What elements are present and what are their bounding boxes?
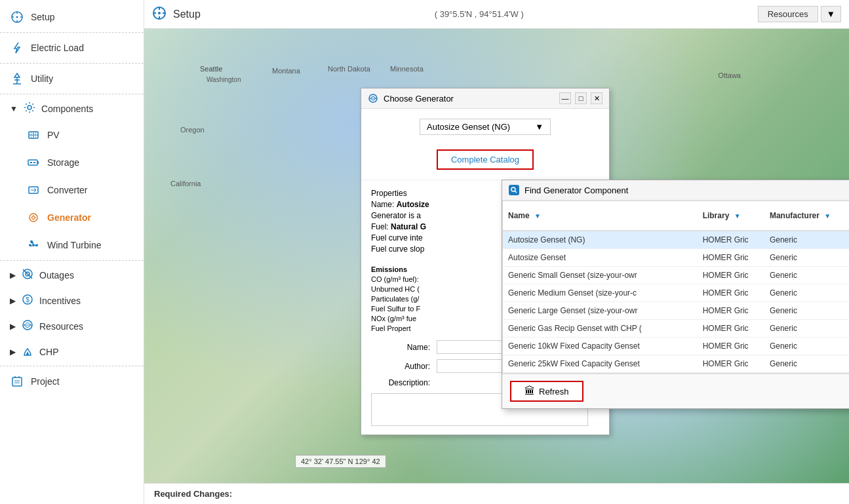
gear-icon: [23, 101, 36, 116]
library-filter-icon[interactable]: ▼: [734, 212, 741, 220]
map-label-seattle: Seattle: [200, 65, 222, 73]
svg-rect-16: [28, 160, 37, 165]
table-row[interactable]: Generic Small Genset (size-your-owrHOMER…: [503, 267, 849, 284]
svg-point-1: [16, 16, 18, 18]
svg-point-37: [158, 12, 161, 14]
fuel-curve-slop: Fuel curve slop: [371, 244, 424, 254]
author-field-label: Author:: [371, 362, 430, 371]
resources-icon: [21, 319, 34, 334]
battery-icon: [26, 155, 41, 170]
find-gen-title: Find Generator Component: [524, 185, 628, 195]
top-bar: Setup ( 39°5.5'N , 94°51.4'W ) Resources…: [144, 0, 849, 29]
sidebar-label-electric-load: Electric Load: [31, 43, 84, 53]
svg-line-45: [515, 191, 517, 193]
sidebar-label-outages: Outages: [39, 270, 74, 281]
close-button[interactable]: ✕: [591, 92, 602, 104]
sidebar-label-resources: Resources: [39, 321, 83, 332]
resources-button[interactable]: Resources: [758, 6, 818, 22]
name-label: Name: Autosize: [371, 200, 429, 209]
sidebar-label-project: Project: [31, 376, 60, 387]
sidebar-item-components[interactable]: ▼ Components: [0, 96, 144, 121]
sidebar-item-incentives[interactable]: ▶ $ Incentives: [0, 288, 144, 313]
name-filter-icon[interactable]: ▼: [534, 212, 541, 220]
sidebar-item-project[interactable]: Project: [0, 368, 144, 395]
sidebar-label-wind-turbine: Wind Turbine: [47, 240, 101, 250]
sidebar-item-outages[interactable]: ▶ Outages: [0, 262, 144, 288]
map-label-washington: Washington: [207, 76, 241, 83]
svg-rect-17: [37, 161, 39, 164]
table-row[interactable]: Generic Gas Recip Genset with CHP (HOMER…: [503, 320, 849, 338]
svg-marker-6: [14, 73, 20, 77]
sidebar-item-storage[interactable]: Storage: [0, 149, 144, 176]
compass-icon: [10, 10, 24, 24]
required-changes-label: Required Changes:: [154, 489, 232, 499]
refresh-button[interactable]: 🏛 Refresh: [510, 381, 583, 402]
find-gen-icon: [509, 185, 519, 195]
emissions-fs: Fuel Sulfur to F: [371, 305, 420, 313]
sidebar-label-incentives: Incentives: [39, 296, 81, 306]
map-coords-display: 42° 32' 47.55" N 129° 42: [295, 455, 386, 468]
svg-point-10: [28, 106, 31, 109]
svg-point-44: [511, 187, 515, 191]
emissions-label: Emissions: [371, 265, 407, 273]
main-content: Setup ( 39°5.5'N , 94°51.4'W ) Resources…: [144, 0, 849, 504]
sidebar-item-generator[interactable]: Generator: [0, 204, 144, 231]
genset-dropdown[interactable]: Autosize Genset (NG) ▼: [420, 119, 551, 135]
sidebar-item-wind-turbine[interactable]: Wind Turbine: [0, 231, 144, 259]
find-gen-titlebar: Find Generator Component — □ ✕: [502, 180, 849, 201]
sidebar-item-pv[interactable]: PV: [0, 121, 144, 149]
fuel-prop: Fuel Propert: [371, 324, 411, 332]
svg-rect-19: [33, 162, 35, 163]
arrow-right-icon4: ▶: [10, 347, 16, 357]
properties-label: Properties: [371, 189, 407, 198]
manufacturer-filter-icon[interactable]: ▼: [824, 212, 831, 220]
sidebar-item-converter[interactable]: Converter: [0, 176, 144, 204]
emissions-part: Particulates (g/: [371, 295, 419, 303]
maximize-button[interactable]: □: [575, 92, 587, 104]
top-bar-left: Setup: [152, 6, 201, 22]
wind-icon: [26, 238, 41, 252]
sidebar-item-setup[interactable]: Setup: [0, 3, 144, 31]
building-icon: 🏛: [524, 385, 535, 397]
sidebar-label-pv: PV: [47, 130, 60, 140]
lightning-icon: [10, 41, 24, 55]
col-header-capacity[interactable]: Capacity(kW) ▼: [845, 201, 849, 231]
minimize-button[interactable]: —: [559, 92, 571, 104]
sidebar-item-resources[interactable]: ▶ Resources: [0, 313, 144, 339]
col-header-library[interactable]: Library ▼: [698, 201, 764, 231]
solar-icon: [26, 128, 41, 142]
svg-point-22: [30, 214, 37, 222]
table-row[interactable]: Generic 10kW Fixed Capacity GensetHOMER …: [503, 338, 849, 355]
fuel-curve-interp: Fuel curve inte: [371, 233, 423, 242]
sidebar-label-utility: Utility: [31, 73, 53, 84]
description-field-label: Description:: [371, 378, 430, 387]
table-row[interactable]: Generic 25kW Fixed Capacity GensetHOMER …: [503, 355, 849, 373]
table-row[interactable]: Autosize GensetHOMER GricGenericDiesel: [503, 249, 849, 267]
svg-rect-18: [30, 162, 32, 163]
globe-icon: [368, 93, 378, 104]
generator-table-container[interactable]: Name ▼ Library ▼ Manufacturer: [502, 201, 849, 374]
sidebar-item-chp[interactable]: ▶ CHP: [0, 339, 144, 364]
setup-compass-icon: [152, 6, 167, 22]
generator-is-label: Generator is a: [371, 211, 421, 220]
sidebar: Setup Electric Load Utility: [0, 0, 144, 504]
table-row[interactable]: Autosize Genset (NG)HOMER GricGenericNat…: [503, 231, 849, 249]
chp-icon: [21, 344, 34, 359]
table-row[interactable]: Generic Large Genset (size-your-owrHOMER…: [503, 302, 849, 320]
name-field-label: Name:: [371, 343, 430, 352]
sidebar-label-chp: CHP: [39, 347, 59, 357]
arrow-right-icon2: ▶: [10, 296, 16, 305]
generator-table: Name ▼ Library ▼ Manufacturer: [503, 201, 849, 373]
map-label-oregon: Oregon: [180, 126, 205, 134]
complete-catalog-button[interactable]: Complete Catalog: [437, 149, 534, 170]
sidebar-item-utility[interactable]: Utility: [0, 65, 144, 92]
col-header-name[interactable]: Name ▼: [503, 201, 698, 231]
col-header-manufacturer[interactable]: Manufacturer ▼: [764, 201, 845, 231]
converter-icon: [26, 183, 41, 197]
dropdown-value: Autosize Genset (NG): [427, 122, 510, 132]
sidebar-label-storage: Storage: [47, 157, 79, 168]
map-label-montana: Montana: [272, 67, 300, 75]
dropdown-arrow-button[interactable]: ▼: [821, 6, 841, 22]
sidebar-item-electric-load[interactable]: Electric Load: [0, 34, 144, 62]
table-row[interactable]: Generic Medium Genset (size-your-cHOMER …: [503, 284, 849, 302]
